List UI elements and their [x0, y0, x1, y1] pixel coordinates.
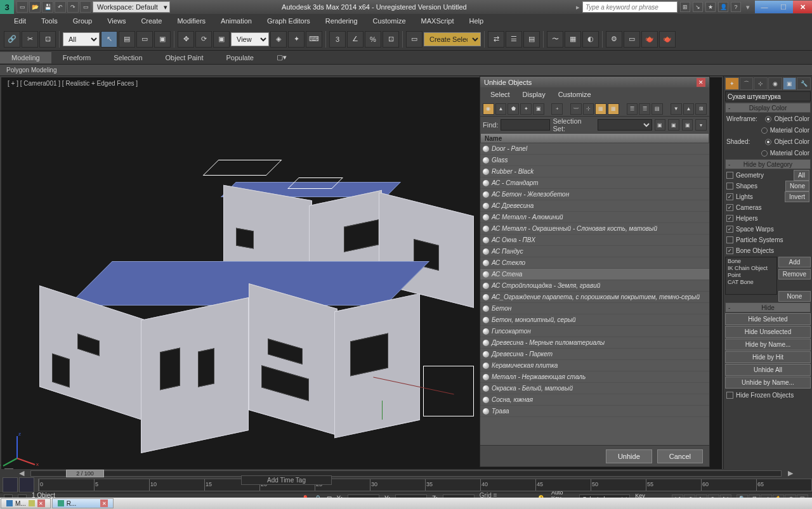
menu-modifiers[interactable]: Modifiers [169, 15, 213, 27]
helpers-icon[interactable]: + [551, 103, 563, 115]
qat-undo-icon[interactable]: ↶ [55, 1, 66, 13]
menu-maxscript[interactable]: MAXScript [414, 15, 462, 27]
geometry-icon[interactable]: ▲ [495, 103, 507, 115]
qat-new-icon[interactable]: ▭ [16, 1, 28, 13]
list-item[interactable]: АС - Стандарт [480, 177, 709, 189]
list-item[interactable]: Окраска - Белый, матовый [480, 383, 709, 394]
object-name-input[interactable] [725, 91, 811, 101]
list-item[interactable]: Древесина - Паркет [480, 349, 709, 360]
none-button[interactable]: None [778, 291, 811, 302]
trackbar-box1[interactable] [3, 477, 18, 493]
list-item[interactable]: Трава [480, 406, 709, 417]
find-input[interactable] [501, 119, 550, 131]
wf-objcolor-radio[interactable] [765, 116, 771, 122]
hide-action-button[interactable]: Unhide by Name... [725, 377, 811, 389]
list-item[interactable]: АС_Ограждение парапета, с порошковым пок… [480, 292, 709, 303]
menu-group[interactable]: Group [65, 15, 100, 27]
tab-populate[interactable]: Populate [214, 52, 265, 63]
time-slider[interactable]: 2 / 100 [30, 470, 782, 477]
category-checkbox[interactable] [726, 215, 733, 222]
taskbar-close-icon[interactable]: ✕ [37, 499, 45, 507]
manip-icon[interactable]: ✦ [288, 31, 304, 48]
qat-save-icon[interactable]: 💾 [42, 1, 53, 13]
render-icon[interactable]: 🫖 [641, 31, 658, 48]
tab-modeling[interactable]: Modeling [0, 52, 51, 63]
tab-objectpaint[interactable]: Object Paint [154, 52, 215, 63]
angle-snap-icon[interactable]: ∠ [347, 31, 363, 48]
list-item[interactable]: АС Древесина [480, 200, 709, 212]
user-icon[interactable]: 👤 [718, 2, 728, 12]
object-list[interactable]: Door - PanelGlassRubber - BlackАС - Стан… [480, 143, 709, 445]
menu-tools[interactable]: Tools [34, 15, 65, 27]
slider-left-icon[interactable]: ◀ [19, 469, 24, 477]
list-item[interactable]: АС Окна - ПВХ [480, 235, 709, 246]
select-icon[interactable]: ↖ [101, 31, 117, 48]
selset-select[interactable] [598, 119, 652, 131]
list-item[interactable]: Бетон, монолитный, серый [480, 314, 709, 326]
rollout-display-color[interactable]: -Display Color [725, 103, 811, 113]
schematic-icon[interactable]: ▦ [565, 31, 581, 48]
list-item[interactable]: АС Стена [480, 269, 709, 280]
percent-snap-icon[interactable]: % [365, 31, 381, 48]
spinner-snap-icon[interactable]: ⊡ [383, 31, 399, 48]
cat-side-btn[interactable]: None [785, 181, 809, 191]
refcoord-select[interactable]: View [231, 32, 269, 46]
list-item[interactable]: Керамическая плитка [480, 360, 709, 371]
tab-create-icon[interactable]: ✦ [725, 77, 739, 90]
star-icon[interactable]: ★ [705, 2, 716, 12]
list-icon[interactable]: ☰ [627, 103, 638, 115]
slider-right-icon[interactable]: ▶ [788, 469, 793, 477]
list-item[interactable]: Гипсокартон [480, 326, 709, 337]
hide-action-button[interactable]: Unhide All [725, 364, 811, 376]
mirror-icon[interactable]: ⇄ [488, 31, 504, 48]
menu-create[interactable]: Create [133, 15, 169, 27]
sh-matcolor-radio[interactable] [761, 150, 768, 157]
snap-3-icon[interactable]: 3 [329, 31, 346, 48]
category-checkbox[interactable] [726, 183, 733, 190]
lights-icon[interactable]: ✦ [520, 103, 532, 115]
category-checkbox[interactable] [726, 172, 733, 179]
menu-help[interactable]: Help [462, 15, 492, 27]
arrow-icon[interactable]: ↘ [693, 2, 703, 12]
render-prod-icon[interactable]: 🫖 [659, 31, 676, 48]
category-checkbox[interactable] [726, 247, 733, 254]
tab-utilities-icon[interactable]: 🔧 [797, 77, 811, 90]
qat-open-icon[interactable]: 📂 [29, 1, 41, 13]
category-checkbox[interactable] [726, 193, 733, 200]
list-item[interactable]: Rubber - Black [480, 166, 709, 177]
ribbon-collapse-icon[interactable]: ▢▾ [265, 51, 298, 63]
align-icon[interactable]: ☰ [506, 31, 522, 48]
add-time-tag[interactable]: Add Time Tag [241, 475, 332, 485]
list-item[interactable]: АС Пандус [480, 246, 709, 257]
dialog-title-bar[interactable]: Unhide Objects ✕ [480, 77, 709, 87]
hide-action-button[interactable]: Hide Unselected [725, 326, 811, 338]
tab-hierarchy-icon[interactable]: ⊹ [754, 77, 768, 90]
filter-1-icon[interactable]: ▦ [595, 103, 606, 115]
close-button[interactable]: ✕ [793, 1, 812, 13]
hide-action-button[interactable]: Hide by Name... [725, 338, 811, 351]
create-selset[interactable]: Create Selection Se [424, 32, 481, 46]
qat-redo-icon[interactable]: ↷ [67, 1, 79, 13]
list-item[interactable]: АС Металл - Окрашенный - Слоновая кость,… [480, 223, 709, 235]
list-item[interactable]: Glass [480, 155, 709, 166]
tab-modify-icon[interactable]: ⌒ [740, 77, 754, 90]
dlg-menu-display[interactable]: Display [516, 89, 552, 100]
list-item[interactable]: Древесина - Мерные пиломатериалы [480, 337, 709, 349]
menu-grapheditors[interactable]: Graph Editors [259, 15, 318, 27]
cameras-icon[interactable]: ▣ [533, 103, 544, 115]
taskbar-item-2[interactable]: R... ✕ [52, 498, 114, 508]
tab-motion-icon[interactable]: ◉ [768, 77, 782, 90]
render-setup-icon[interactable]: ⚙ [606, 31, 622, 48]
expand-icon[interactable]: ▼ [671, 103, 682, 115]
list2-icon[interactable]: ☰ [639, 103, 650, 115]
hide-action-button[interactable]: Hide Selected [725, 313, 811, 325]
list-item[interactable]: Металл - Нержавеющая сталь [480, 371, 709, 383]
scale-icon[interactable]: ▣ [213, 31, 230, 48]
display-all-icon[interactable]: ◉ [483, 103, 494, 115]
taskbar-item-1[interactable]: M... ✕ [1, 498, 51, 508]
layers-icon[interactable]: ▤ [523, 31, 540, 48]
filter-2-icon[interactable]: ▦ [608, 103, 619, 115]
list-item[interactable]: Бетон [480, 303, 709, 314]
list-item[interactable]: АС Бетон - Железобетон [480, 189, 709, 200]
dlg-menu-select[interactable]: Select [484, 89, 516, 100]
